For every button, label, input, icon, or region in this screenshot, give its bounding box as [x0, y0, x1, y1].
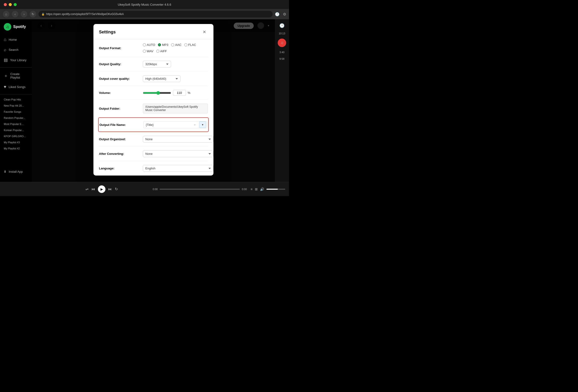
format-mp3-radio[interactable]: [158, 43, 161, 46]
output-quality-control: 320kbps 256kbps 192kbps 128kbps: [143, 61, 208, 67]
filename-text-input[interactable]: [146, 123, 191, 127]
devices-icon[interactable]: ⊞: [255, 187, 258, 191]
browser-forward-button[interactable]: ›: [21, 11, 27, 17]
language-row: Language: English Chinese Japanese Korea…: [99, 161, 208, 176]
output-quality-row: Output Quality: 320kbps 256kbps 192kbps …: [99, 57, 208, 72]
minimize-window-button[interactable]: [9, 3, 12, 6]
sidebar-item-liked-songs[interactable]: ♥ Liked Songs: [0, 82, 32, 92]
playlist-item-6[interactable]: KPOP GIRLGRO...: [0, 133, 32, 139]
sidebar-item-library[interactable]: ▤ Your Library: [0, 55, 32, 65]
history-icon[interactable]: 🕐: [275, 12, 280, 16]
settings-close-button[interactable]: ✕: [201, 29, 208, 35]
volume-slider[interactable]: [143, 91, 171, 95]
modal-overlay: Settings ✕ Output Format: AUTO MP3: [32, 19, 275, 182]
output-folder-row: Output Folder: /Users/apple/Documents/Uk…: [99, 100, 208, 117]
filename-input-wrapper: ← ▾: [143, 121, 207, 128]
filename-dropdown-button[interactable]: ▾: [199, 121, 206, 128]
playlist-item-8[interactable]: My Playlist #2: [0, 146, 32, 151]
shuffle-button[interactable]: ⇌: [85, 187, 89, 191]
red-action-button[interactable]: ♫: [278, 39, 286, 47]
right-icon-1[interactable]: 🕐: [279, 23, 285, 28]
library-icon: ▤: [4, 57, 8, 63]
volume-track[interactable]: [266, 189, 285, 190]
output-quality-select[interactable]: 320kbps 256kbps 192kbps 128kbps: [143, 61, 171, 67]
format-flac-radio[interactable]: [184, 43, 187, 46]
playlist-item-7[interactable]: My Playlist #3: [0, 140, 32, 145]
format-wav-option[interactable]: WAV: [143, 49, 153, 53]
sidebar-item-search[interactable]: ⌕ Search: [0, 45, 32, 54]
output-organized-select[interactable]: None Artist Album: [143, 136, 213, 143]
liked-songs-label: Liked Songs: [9, 85, 26, 89]
volume-percent-label: %: [188, 91, 191, 95]
output-cover-quality-select[interactable]: High (640x640) Medium (300x300) Low (96x…: [143, 75, 181, 82]
output-quality-label: Output Quality:: [99, 62, 139, 66]
sidebar-item-home[interactable]: ⌂ Home: [0, 35, 32, 45]
main-panel: ‹ › Upgrade ▾ Settings ✕ Output: [32, 19, 275, 182]
current-time: 0:00: [153, 188, 158, 191]
next-button[interactable]: ⏭: [108, 187, 112, 191]
progress-bar-wrapper: 0:00 0:00: [153, 188, 247, 191]
volume-input[interactable]: [173, 90, 186, 96]
playlist-item-2[interactable]: Favorite Songs: [0, 109, 32, 115]
after-converting-select[interactable]: None Open Folder Shutdown: [143, 150, 213, 157]
filename-back-arrow[interactable]: ←: [192, 122, 198, 127]
output-format-row: Output Format: AUTO MP3 AAC: [99, 39, 208, 57]
browser-refresh-button[interactable]: ↻: [30, 11, 36, 17]
format-aac-radio[interactable]: [171, 43, 174, 46]
playlist-item-1[interactable]: New Pop Hit 20...: [0, 103, 32, 108]
format-mp3-option[interactable]: MP3: [158, 43, 168, 47]
sidebar-home-label: Home: [9, 38, 17, 41]
playlist-item-5[interactable]: Korean Popular...: [0, 127, 32, 133]
progress-track[interactable]: [160, 189, 240, 190]
output-organized-label: Output Organized:: [99, 137, 139, 141]
playlist-item-0[interactable]: Clean Pop Hits: [0, 97, 32, 102]
format-aiff-option[interactable]: AIFF: [156, 49, 167, 53]
app-title: UkeySoft Spotify Music Converter 4.6.6: [118, 3, 171, 6]
sidebar-logo: ♫ Spotify: [0, 23, 32, 34]
right-time-2: 3:40: [279, 51, 284, 54]
sidebar-divider-2: [0, 94, 32, 94]
url-text: https://open.spotify.com/playlist/5fTYSe…: [46, 12, 124, 16]
close-window-button[interactable]: [4, 3, 7, 6]
playlist-item-4[interactable]: Most Popular E...: [0, 121, 32, 127]
url-bar[interactable]: 🔒 https://open.spotify.com/playlist/5fTY…: [39, 11, 273, 17]
folder-path-display[interactable]: /Users/apple/Documents/UkeySoft Spotify …: [143, 103, 208, 113]
play-pause-button[interactable]: ▶: [98, 185, 105, 193]
maximize-window-button[interactable]: [14, 3, 17, 6]
previous-button[interactable]: ⏮: [91, 187, 95, 191]
after-converting-row: After Converting: None Open Folder Shutd…: [99, 147, 208, 161]
queue-icon[interactable]: ≡: [251, 187, 252, 191]
format-auto-radio[interactable]: [143, 43, 146, 46]
sidebar-item-create-playlist[interactable]: ＋ Create Playlist: [0, 70, 32, 82]
repeat-button[interactable]: ↻: [115, 187, 118, 191]
add-icon: ＋: [4, 73, 8, 79]
title-bar: UkeySoft Spotify Music Converter 4.6.6: [0, 0, 289, 9]
volume-icon[interactable]: 🔊: [260, 187, 264, 191]
install-app-item[interactable]: ⬇ Install App: [0, 165, 32, 178]
after-converting-control: None Open Folder Shutdown: [143, 150, 213, 157]
browser-back-button[interactable]: ‹: [12, 11, 18, 17]
format-auto-option[interactable]: AUTO: [143, 43, 155, 47]
output-cover-quality-label: Output cover quality:: [99, 77, 139, 81]
format-aac-option[interactable]: AAC: [171, 43, 182, 47]
window-controls[interactable]: [4, 3, 17, 6]
create-playlist-label: Create Playlist: [10, 72, 28, 79]
output-organized-row: Output Organized: None Artist Album: [99, 132, 208, 147]
output-filename-row: Output File Name: ← ▾ {Title} {Artist}: [98, 117, 209, 132]
right-time-3: 9:58: [279, 57, 284, 60]
format-aiff-radio[interactable]: [156, 50, 159, 53]
playlist-item-3[interactable]: Random Popular...: [0, 115, 32, 121]
total-time: 0:00: [242, 188, 247, 191]
right-time-1: 10:13: [279, 32, 285, 35]
format-flac-option[interactable]: FLAC: [184, 43, 196, 47]
search-icon: ⌕: [4, 47, 6, 52]
language-select[interactable]: English Chinese Japanese Korean: [143, 165, 213, 172]
settings-header: Settings ✕: [94, 24, 213, 39]
format-wav-radio[interactable]: [143, 50, 146, 53]
output-organized-control: None Artist Album: [143, 136, 213, 143]
browser-home-button[interactable]: ⌂: [3, 11, 9, 17]
settings-icon[interactable]: ⚙: [283, 12, 286, 16]
spotify-wordmark: Spotify: [13, 25, 26, 29]
player-bar: ⇌ ⏮ ▶ ⏭ ↻ 0:00 0:00 ≡ ⊞ 🔊: [0, 182, 289, 196]
output-filename-control: ← ▾: [143, 121, 207, 128]
